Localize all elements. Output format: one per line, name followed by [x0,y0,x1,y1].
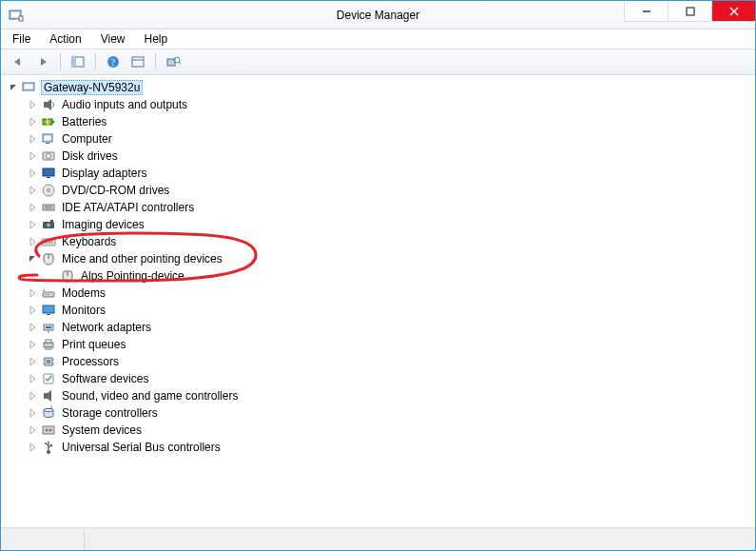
scan-hardware-button[interactable] [162,51,184,72]
expand-arrow-icon[interactable] [28,287,39,299]
tree-node[interactable]: System devices [28,422,755,439]
tree-node-label: Universal Serial Bus controllers [60,441,223,454]
expand-arrow-icon[interactable] [28,305,39,316]
expand-arrow-icon[interactable] [28,133,39,145]
tree-node[interactable]: Batteries [28,113,755,130]
svg-rect-2 [19,16,23,21]
tree-node-label: Audio inputs and outputs [60,98,189,111]
help-button[interactable]: ? [102,51,125,72]
properties-button[interactable] [126,51,149,72]
tree-node[interactable]: Monitors [28,302,755,319]
tree-node[interactable]: Keyboards [28,233,755,250]
menu-help[interactable]: Help [137,30,176,48]
expand-arrow-icon[interactable] [28,219,39,230]
tree-node-label: Processors [60,355,121,368]
tree-node[interactable]: Computer [28,130,755,148]
svg-rect-11 [132,57,144,67]
disk-icon [41,148,56,164]
menu-file[interactable]: File [5,30,38,48]
close-button[interactable] [711,1,755,22]
svg-rect-8 [72,57,76,67]
expand-arrow-icon[interactable] [28,167,39,179]
expand-arrow-icon[interactable] [28,116,39,128]
expand-arrow-icon[interactable] [28,202,39,213]
expand-arrow-icon[interactable] [28,424,39,436]
device-tree-pane[interactable]: Gateway-NV5932u Audio inputs and outputs… [1,75,755,527]
network-icon [41,320,56,335]
minimize-button[interactable] [624,1,668,22]
imaging-icon [41,217,56,232]
status-pane [85,528,755,550]
tree-node[interactable]: Network adapters [28,319,755,336]
modem-icon [41,285,56,301]
tree-node-label: Computer [60,132,114,146]
menu-view[interactable]: View [93,30,133,48]
mouse-icon [60,268,75,284]
tree-node-label: System devices [60,423,144,437]
tree-node-label: Software devices [60,372,150,385]
maximize-button[interactable] [668,1,711,22]
tree-node[interactable]: Imaging devices [28,216,755,233]
tree-node[interactable]: Universal Serial Bus controllers [28,439,755,456]
tree-node-label: Storage controllers [60,406,160,420]
monitor-icon [41,303,56,318]
expand-arrow-icon[interactable] [28,373,39,384]
printer-icon [41,337,56,352]
toolbar: ? [1,49,755,75]
expand-arrow-icon[interactable] [28,339,39,350]
tree-node-label: Monitors [60,304,107,317]
mouse-icon [41,251,56,266]
tree-node[interactable]: Print queues [28,336,755,353]
tree-node-label: Display adapters [60,167,148,180]
tree-root[interactable]: Gateway-NV5932u [9,79,755,96]
tree-node[interactable]: Software devices [28,370,755,387]
window-controls [624,1,755,22]
back-button[interactable] [7,51,29,72]
tree-node-label: Imaging devices [60,218,146,231]
tree-node[interactable]: Alps Pointing-device [47,267,755,285]
collapse-arrow-icon[interactable] [9,82,20,93]
computer-icon [41,131,56,147]
tree-node[interactable]: Modems [28,285,755,302]
sound-icon [41,388,56,403]
tree-node[interactable]: Audio inputs and outputs [28,96,755,113]
tree-node-label: IDE ATA/ATAPI controllers [60,201,196,214]
collapse-arrow-icon[interactable] [28,253,39,265]
forward-button[interactable] [31,51,54,72]
svg-rect-17 [25,85,32,89]
expand-arrow-icon[interactable] [28,356,39,367]
expand-arrow-icon[interactable] [28,185,39,196]
menu-action[interactable]: Action [42,30,88,48]
expand-arrow-icon[interactable] [28,99,39,110]
toolbar-separator [60,53,61,70]
app-icon [9,8,24,23]
tree-root-label: Gateway-NV5932u [41,80,143,95]
expand-arrow-icon[interactable] [28,150,39,162]
expand-arrow-icon[interactable] [28,442,39,453]
dvd-icon [41,183,56,198]
tree-node[interactable]: Processors [28,353,755,370]
computer-icon [22,80,37,95]
cpu-icon [41,354,56,369]
expand-arrow-icon[interactable] [28,407,39,419]
tree-node-label: Alps Pointing-device [79,269,186,283]
expand-arrow-icon[interactable] [28,390,39,402]
tree-node[interactable]: Display adapters [28,165,755,182]
tree-node-label: Keyboards [60,235,118,248]
tree-node[interactable]: Sound, video and game controllers [28,387,755,404]
console-tree-button[interactable] [67,51,89,72]
tree-node[interactable]: IDE ATA/ATAPI controllers [28,199,755,216]
toolbar-separator [95,53,96,70]
expand-arrow-icon[interactable] [28,322,39,333]
storage-icon [41,405,56,421]
expand-arrow-icon[interactable] [28,236,39,247]
tree-node-label: Sound, video and game controllers [60,389,240,403]
svg-rect-4 [687,8,694,15]
toolbar-separator [155,53,156,70]
tree-node[interactable]: Mice and other pointing devices [28,250,755,267]
tree-node[interactable]: Storage controllers [28,404,755,422]
tree-node[interactable]: DVD/CD-ROM drives [28,182,755,199]
status-pane [1,528,85,550]
system-icon [41,423,56,438]
tree-node[interactable]: Disk drives [28,148,755,165]
